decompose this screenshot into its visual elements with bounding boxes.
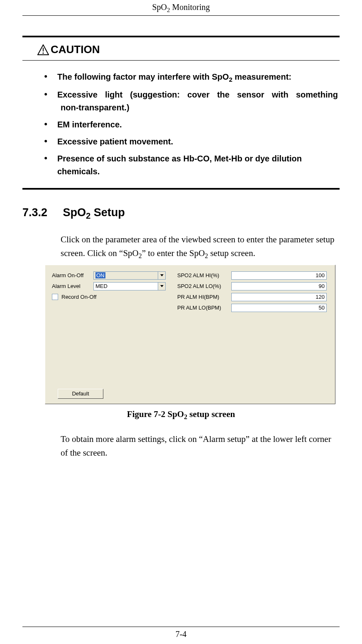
- figure: Alarm On-Off ON Alarm Level MED Record O…: [45, 265, 340, 404]
- body-paragraph: To obtain more alarm settings, click on …: [61, 432, 340, 460]
- alarm-onoff-select[interactable]: ON: [93, 271, 166, 280]
- caution-item: Presence of such substance as Hb-CO, Met…: [44, 152, 338, 178]
- page-number: 7-4: [176, 629, 187, 639]
- default-button[interactable]: Default: [58, 389, 103, 399]
- alarm-level-select[interactable]: MED: [93, 282, 166, 290]
- svg-point-2: [42, 52, 44, 54]
- page-footer: 7-4: [22, 627, 340, 639]
- pr-alm-hi-label: PR ALM HI(BPM): [177, 294, 231, 300]
- pr-alm-lo-input[interactable]: 50: [231, 304, 327, 312]
- chevron-down-icon[interactable]: [158, 272, 165, 279]
- spo2-setup-screenshot: Alarm On-Off ON Alarm Level MED Record O…: [45, 265, 335, 404]
- alarm-level-label: Alarm Level: [52, 283, 93, 289]
- spo2-alm-lo-input[interactable]: 90: [231, 282, 327, 290]
- caution-item: The following factor may interfere with …: [44, 71, 338, 84]
- caution-item: Excessive patient movement.: [44, 135, 338, 148]
- caution-item: EM interference.: [44, 118, 338, 131]
- pr-alm-hi-input[interactable]: 120: [231, 293, 327, 301]
- record-onoff-label: Record On-Off: [61, 294, 96, 300]
- caution-item: Excessive light (suggestion: cover the s…: [44, 88, 338, 114]
- warning-icon: [37, 44, 49, 55]
- caution-box: CAUTION The following factor may interfe…: [22, 36, 340, 190]
- caution-heading: CAUTION: [22, 37, 340, 61]
- body-paragraph: Click on the parameter area of the viewb…: [61, 233, 340, 261]
- page-header: SpO2 Monitoring: [22, 0, 340, 16]
- figure-caption: Figure 7-2 SpO2 setup screen: [22, 409, 340, 421]
- section-heading: 7.3.2 SpO2 Setup: [22, 206, 340, 221]
- caution-list: The following factor may interfere with …: [22, 61, 340, 188]
- record-onoff-checkbox[interactable]: [52, 294, 58, 300]
- spo2-alm-hi-input[interactable]: 100: [231, 271, 327, 280]
- spo2-alm-hi-label: SPO2 ALM HI(%): [177, 272, 231, 278]
- alarm-onoff-label: Alarm On-Off: [52, 272, 93, 278]
- pr-alm-lo-label: PR ALM LO(BPM): [177, 305, 231, 311]
- spo2-alm-lo-label: SPO2 ALM LO(%): [177, 283, 231, 289]
- chevron-down-icon[interactable]: [158, 283, 165, 290]
